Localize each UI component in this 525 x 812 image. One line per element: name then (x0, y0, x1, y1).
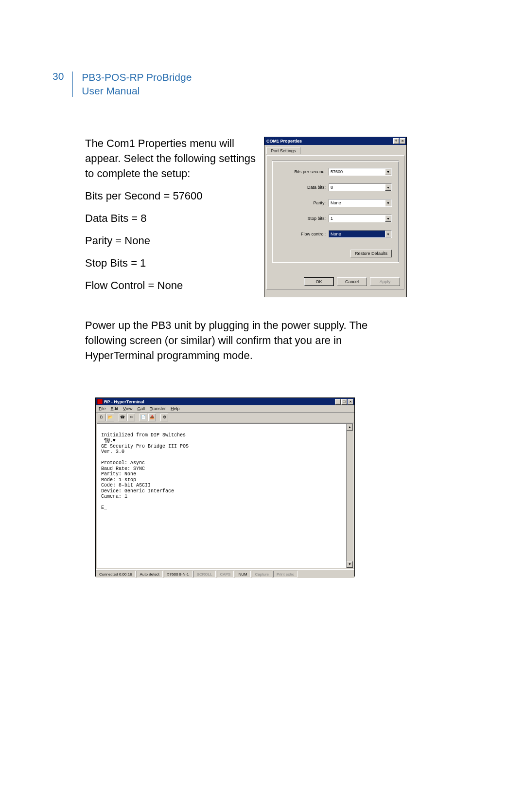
chevron-down-icon: ▼ (385, 199, 391, 206)
restore-defaults-button[interactable]: Restore Defaults (350, 250, 392, 257)
terminal-output[interactable]: Initialized from DIP Switches ¶@.♥ GE Se… (97, 424, 346, 568)
status-capture: Capture (252, 571, 272, 577)
dropdown-databits[interactable]: 8 ▼ (329, 183, 392, 191)
label-bps: Bits per second: (294, 169, 326, 174)
com1-title: COM1 Properties (266, 139, 302, 144)
help-button[interactable]: ? (393, 138, 399, 144)
dropdown-stopbits[interactable]: 1 ▼ (329, 215, 392, 222)
dropdown-flowcontrol[interactable]: None ▼ (329, 230, 392, 238)
dropdown-flowcontrol-value: None (331, 232, 341, 236)
setting-databits: Data Bits = 8 (85, 211, 147, 226)
chevron-down-icon: ▼ (385, 184, 391, 191)
label-stopbits: Stop bits: (307, 216, 326, 221)
dropdown-bps[interactable]: 57600 ▼ (329, 168, 392, 176)
header-divider (72, 72, 73, 97)
ht-menubar: File Edit View Call Transfer Help (96, 405, 354, 413)
scroll-up-icon[interactable]: ▲ (347, 424, 353, 431)
paragraph-powerup: Power up the PB3 unit by plugging in the… (85, 318, 411, 363)
com1-titlebar[interactable]: COM1 Properties ? × (264, 137, 406, 145)
toolbar-properties-icon[interactable]: ⚙ (160, 414, 168, 421)
menu-file[interactable]: File (99, 406, 106, 411)
app-icon (97, 399, 103, 404)
header-title-line2: User Manual (82, 84, 192, 98)
setting-bps: Bits per Second = 57600 (85, 189, 203, 204)
label-flowcontrol: Flow control: (301, 232, 326, 236)
toolbar-open-icon[interactable]: 📂 (106, 414, 114, 421)
chevron-down-icon: ▼ (385, 231, 391, 237)
ht-statusbar: Connected 0:00:16 Auto detect 57600 8-N-… (96, 569, 354, 578)
toolbar-hangup-icon[interactable]: ✂ (127, 414, 135, 421)
ht-titlebar[interactable]: RP - HyperTerminal _ □ × (96, 398, 354, 405)
close-button[interactable]: × (400, 138, 405, 144)
menu-transfer[interactable]: Transfer (150, 406, 166, 411)
header-title-line1: PB3-POS-RP ProBridge (82, 71, 192, 84)
page-header: 30 PB3-POS-RP ProBridge User Manual (52, 71, 192, 98)
ht-terminal-area: Initialized from DIP Switches ¶@.♥ GE Se… (97, 423, 353, 568)
setting-flowcontrol: Flow Control = None (85, 278, 183, 293)
page-number: 30 (52, 71, 64, 82)
menu-edit[interactable]: Edit (111, 406, 119, 411)
ht-title: RP - HyperTerminal (104, 399, 144, 404)
header-title: PB3-POS-RP ProBridge User Manual (82, 71, 192, 98)
scroll-down-icon[interactable]: ▼ (347, 561, 353, 568)
menu-call[interactable]: Call (137, 406, 145, 411)
apply-button[interactable]: Apply (370, 277, 400, 286)
minimize-button[interactable]: _ (335, 399, 341, 405)
dropdown-bps-value: 57600 (331, 169, 343, 174)
menu-help[interactable]: Help (171, 406, 180, 411)
setting-parity: Parity = None (85, 234, 150, 249)
dropdown-parity-value: None (331, 200, 341, 205)
paragraph-intro: The Com1 Properties menu will appear. Se… (85, 136, 260, 181)
menu-view[interactable]: View (123, 406, 132, 411)
vertical-scrollbar[interactable]: ▲ ▼ (346, 424, 353, 568)
ok-button[interactable]: OK (304, 277, 334, 286)
tab-port-settings[interactable]: Port Settings (266, 147, 300, 154)
dropdown-stopbits-value: 1 (331, 216, 333, 221)
cancel-button[interactable]: Cancel (337, 277, 367, 286)
setting-stopbits: Stop Bits = 1 (85, 256, 146, 271)
maximize-button[interactable]: □ (341, 399, 347, 405)
status-baud: 57600 8-N-1 (164, 571, 192, 577)
status-scroll: SCROLL (193, 571, 216, 577)
com1-tabstrip: Port Settings (264, 145, 406, 156)
label-parity: Parity: (313, 200, 326, 205)
hyperterminal-window: RP - HyperTerminal _ □ × File Edit View … (95, 397, 355, 577)
com1-panel: Bits per second: 57600 ▼ Data bits: 8 ▼ … (266, 155, 404, 289)
com1-settings-group: Bits per second: 57600 ▼ Data bits: 8 ▼ … (272, 161, 399, 263)
status-autodetect: Auto detect (137, 571, 163, 577)
label-databits: Data bits: (307, 185, 326, 190)
status-echo: Print echo (273, 571, 298, 577)
toolbar-receive-icon[interactable]: 📥 (148, 414, 156, 421)
chevron-down-icon: ▼ (385, 215, 391, 222)
chevron-down-icon: ▼ (385, 168, 391, 175)
close-button[interactable]: × (348, 399, 353, 405)
toolbar-new-icon[interactable]: 🗋 (98, 414, 105, 421)
status-num: NUM (235, 571, 250, 577)
ht-toolbar: 🗋 📂 ☎ ✂ 📄 📥 ⚙ (96, 413, 354, 422)
com1-properties-dialog: COM1 Properties ? × Port Settings Bits p… (264, 137, 407, 297)
status-connected: Connected 0:00:16 (96, 571, 136, 577)
toolbar-send-icon[interactable]: 📄 (140, 414, 147, 421)
dropdown-parity[interactable]: None ▼ (329, 199, 392, 207)
toolbar-call-icon[interactable]: ☎ (119, 414, 126, 421)
dropdown-databits-value: 8 (331, 185, 333, 190)
status-caps: CAPS (217, 571, 234, 577)
